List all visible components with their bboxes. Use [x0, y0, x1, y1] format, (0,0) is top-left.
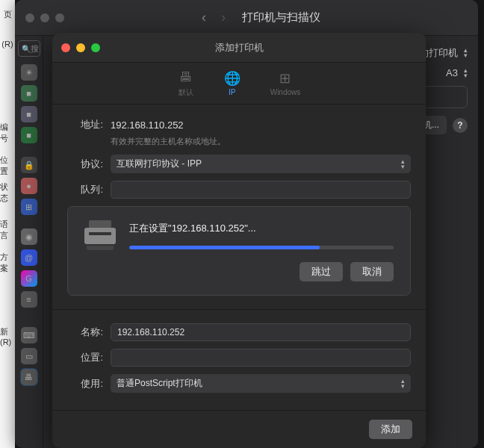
skip-button[interactable]: 跳过 — [300, 262, 343, 281]
search-icon: 🔍 — [22, 45, 31, 53]
cancel-button[interactable]: 取消 — [350, 262, 394, 281]
add-button[interactable]: 添加 — [369, 420, 412, 439]
progress-text: 正在设置"192.168.110.252"... — [129, 222, 394, 249]
sidebar-item[interactable]: ≡ — [21, 291, 37, 308]
nav-back-icon[interactable]: ‹ — [197, 10, 211, 25]
add-printer-modal: 添加打印机 🖶 默认 🌐 IP ⊞ Windows 地址: 192.168.11… — [52, 33, 426, 448]
modal-footer: 添加 — [52, 410, 426, 448]
chevron-updown-icon[interactable]: ▴▾ — [464, 48, 468, 58]
maximize-icon[interactable] — [91, 43, 100, 52]
tab-default[interactable]: 🖶 默认 — [178, 69, 194, 98]
bottom-form: 名称: 位置: 使用: 普通PostScript打印机 ▴▾ — [52, 309, 426, 393]
sidebar-item[interactable]: ■ — [21, 106, 37, 122]
progress-bar — [129, 246, 394, 249]
location-label: 位置: — [67, 351, 103, 364]
tab-windows[interactable]: ⊞ Windows — [270, 70, 301, 96]
sidebar-item[interactable]: ⌨ — [21, 327, 37, 343]
sidebar-item-printers[interactable]: 🖶 — [21, 369, 37, 385]
sidebar-item[interactable]: G — [21, 270, 37, 287]
sidebar-item[interactable]: ◉ — [21, 228, 37, 245]
name-label: 名称: — [67, 326, 103, 339]
settings-title: 打印机与扫描仪 — [242, 10, 320, 25]
location-input[interactable] — [111, 349, 411, 367]
sidebar-item[interactable]: 🔒 — [21, 157, 37, 173]
modal-titlebar: 添加打印机 — [52, 33, 426, 63]
min-dot[interactable] — [40, 13, 49, 22]
globe-icon: 🌐 — [224, 70, 241, 87]
tab-ip[interactable]: 🌐 IP — [224, 70, 241, 96]
protocol-select[interactable]: 互联网打印协议 - IPP ▴▾ — [111, 155, 411, 173]
max-dot[interactable] — [55, 13, 64, 22]
search-input[interactable]: 🔍 搜 — [18, 40, 40, 57]
sidebar-item[interactable]: ▭ — [21, 348, 37, 364]
queue-input[interactable] — [111, 181, 411, 199]
chevron-updown-icon: ▴▾ — [401, 379, 405, 389]
sidebar-item[interactable]: ■ — [21, 127, 37, 143]
printer-icon: 🖶 — [178, 69, 194, 86]
window-controls[interactable] — [25, 13, 64, 22]
settings-sidebar: 🔍 搜 ☀ ■ ■ ■ 🔒 ● ⊞ ◉ @ G ≡ ⌨ ▭ 🖶 — [15, 36, 43, 448]
paper-size-value: A3 — [446, 67, 458, 78]
modal-window-controls[interactable] — [61, 43, 100, 52]
modal-title: 添加打印机 — [215, 41, 264, 55]
sidebar-item[interactable]: ⊞ — [21, 199, 37, 215]
sidebar-item[interactable]: ☀ — [21, 64, 37, 81]
sidebar-item[interactable]: @ — [21, 249, 37, 266]
chevron-updown-icon[interactable]: ▴▾ — [464, 68, 468, 78]
left-clip-strip: 页 (R) 编号 位置 状态 语言 方案 新(R) — [0, 0, 15, 448]
nav-forward-icon[interactable]: › — [217, 10, 230, 25]
chevron-updown-icon: ▴▾ — [401, 159, 405, 169]
address-hint: 有效并完整的主机名称或地址。 — [111, 136, 411, 147]
address-value: 192.168.110.252 — [111, 119, 411, 131]
use-select[interactable]: 普通PostScript打印机 ▴▾ — [111, 374, 411, 393]
sidebar-item[interactable]: ● — [21, 178, 37, 194]
modal-toolbar: 🖶 默认 🌐 IP ⊞ Windows — [52, 63, 426, 105]
use-label: 使用: — [67, 377, 103, 391]
help-icon[interactable]: ? — [453, 118, 468, 133]
windows-icon: ⊞ — [277, 70, 294, 87]
modal-body: 地址: 192.168.110.252 有效并完整的主机名称或地址。 协议: 互… — [52, 105, 426, 414]
queue-label: 队列: — [67, 183, 103, 196]
close-icon[interactable] — [61, 43, 70, 52]
close-dot[interactable] — [25, 13, 34, 22]
progress-card: 正在设置"192.168.110.252"... 跳过 取消 — [67, 206, 411, 296]
sidebar-item[interactable]: ■ — [21, 85, 37, 102]
protocol-label: 协议: — [67, 158, 103, 171]
name-input[interactable] — [111, 323, 411, 341]
minimize-icon[interactable] — [76, 43, 85, 52]
printer-graphic-icon — [84, 220, 116, 250]
settings-titlebar: ‹ › 打印机与扫描仪 — [15, 0, 478, 36]
progress-fill — [129, 246, 320, 249]
address-label: 地址: — [67, 118, 103, 131]
